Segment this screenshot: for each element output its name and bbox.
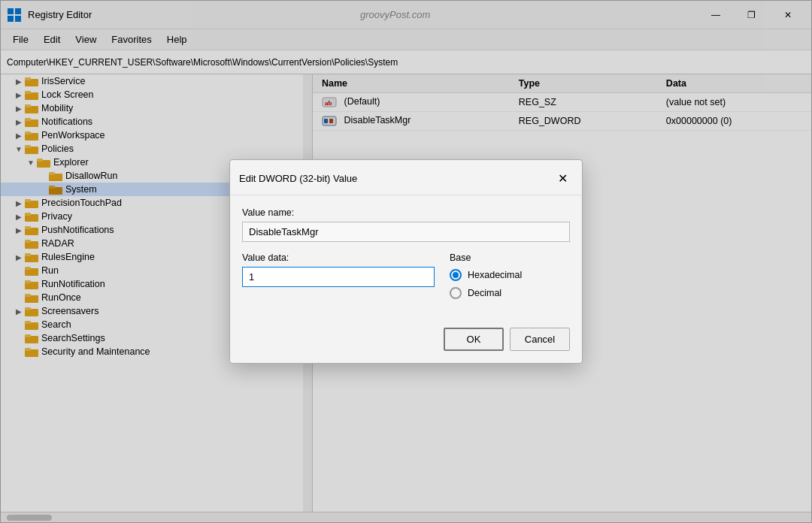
radio-hex-outer bbox=[450, 269, 462, 281]
dialog-title: Edit DWORD (32-bit) Value bbox=[239, 173, 357, 184]
dialog-titlebar: Edit DWORD (32-bit) Value ✕ bbox=[230, 160, 582, 195]
value-data-label: Value data: bbox=[242, 252, 435, 263]
radio-dec-label: Decimal bbox=[468, 288, 501, 298]
edit-dword-dialog: Edit DWORD (32-bit) Value ✕ Value name: … bbox=[229, 159, 583, 364]
radio-hex-label: Hexadecimal bbox=[468, 270, 522, 280]
radio-dec-outer bbox=[450, 287, 462, 299]
radio-decimal[interactable]: Decimal bbox=[450, 287, 570, 299]
radio-hex-inner bbox=[453, 272, 459, 278]
dialog-close-button[interactable]: ✕ bbox=[552, 168, 573, 189]
value-name-input[interactable] bbox=[242, 222, 570, 242]
ok-button[interactable]: OK bbox=[444, 328, 504, 351]
base-group: Base Hexadecimal Decimal bbox=[450, 252, 570, 305]
radio-hexadecimal[interactable]: Hexadecimal bbox=[450, 269, 570, 281]
value-name-label: Value name: bbox=[242, 207, 570, 218]
cancel-button[interactable]: Cancel bbox=[510, 328, 570, 351]
base-label: Base bbox=[450, 252, 570, 263]
value-data-group: Value data: bbox=[242, 252, 435, 305]
modal-overlay: Edit DWORD (32-bit) Value ✕ Value name: … bbox=[0, 0, 812, 523]
data-base-row: Value data: Base Hexadecimal bbox=[242, 252, 570, 305]
dialog-footer: OK Cancel bbox=[230, 328, 582, 363]
value-data-input[interactable] bbox=[242, 267, 435, 287]
dialog-body: Value name: Value data: Base Hexade bbox=[230, 195, 582, 328]
value-name-group: Value name: bbox=[242, 207, 570, 242]
